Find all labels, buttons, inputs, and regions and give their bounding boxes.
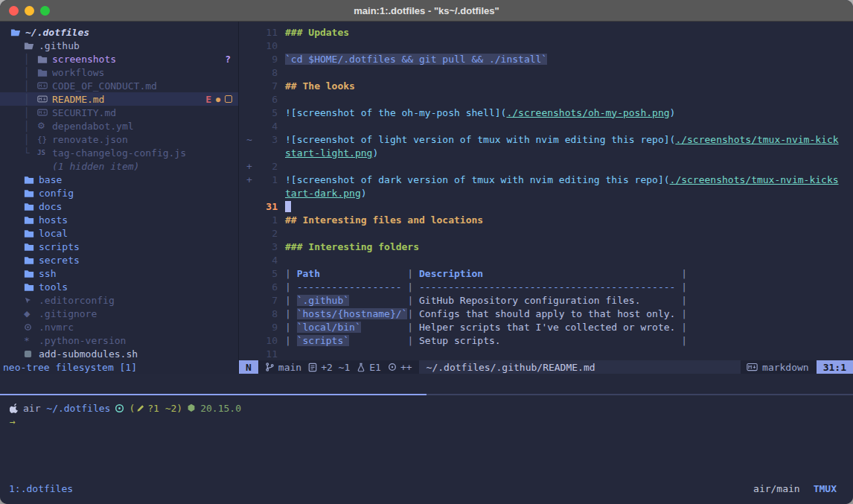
editor-line[interactable]: 5| Path | Description |: [239, 267, 853, 280]
tmux-window-tab[interactable]: 1:.dotfiles: [9, 483, 73, 494]
editor-line[interactable]: 11: [239, 347, 853, 360]
folder-icon: [24, 188, 39, 198]
editor-line[interactable]: 10| `scripts` | Setup scripts. |: [239, 334, 853, 347]
text-segment-pipe: |: [402, 281, 419, 293]
tree-item-.python-version[interactable]: *.python-version: [0, 334, 238, 347]
tree-item-local[interactable]: local: [0, 226, 238, 240]
editor-line[interactable]: start-light.png): [239, 146, 853, 159]
tree-indent-guide: │: [24, 94, 37, 105]
editor-line[interactable]: +2: [239, 159, 853, 173]
tree-item-label: tools: [39, 281, 68, 293]
tree-item-.editorconfig[interactable]: .editorconfig: [0, 293, 238, 307]
gutter-sign: [246, 308, 255, 319]
gutter-sign: [246, 80, 255, 92]
editor-line[interactable]: +1![screenshot of dark version of tmux w…: [239, 173, 853, 186]
text-segment-pipe: |: [285, 295, 297, 306]
editor-line[interactable]: 7| `.github` | GitHub Repository configu…: [239, 293, 853, 307]
editor-line[interactable]: 6| ------------------ | ----------------…: [239, 280, 853, 293]
node-icon: [187, 403, 196, 413]
folder-icon: [24, 269, 39, 278]
tree-item-docs[interactable]: docs: [0, 200, 238, 213]
tree-item-secrets[interactable]: secrets: [0, 253, 238, 267]
tree-item--1-hidden-item-[interactable]: (1 hidden item): [0, 159, 238, 173]
editor-area[interactable]: 11### Updates 10 9`cd $HOME/.dotfiles &&…: [239, 22, 853, 374]
editor-line[interactable]: 8| `hosts/{hostname}/`| Configs that sho…: [239, 307, 853, 320]
gutter-sign: [246, 107, 255, 118]
text-segment-codecell: `local/bin`: [297, 322, 361, 333]
tree-item-ssh[interactable]: ssh: [0, 267, 238, 280]
editor-line[interactable]: 8: [239, 66, 853, 79]
tree-item-security.md[interactable]: │SECURITY.md: [0, 106, 238, 119]
diagnostics-section: E1: [357, 362, 381, 373]
editor-line[interactable]: 5![screenshot of the oh-my-posh shell](.…: [239, 106, 853, 119]
tree-item-readme.md[interactable]: │README.mdE●: [0, 92, 238, 106]
editor-line[interactable]: 2: [239, 226, 853, 240]
folder-icon: [37, 54, 52, 64]
line-text: ![screenshot of dark version of tmux wit…: [285, 174, 839, 185]
line-number: 3: [255, 134, 278, 145]
folder-icon: [24, 255, 39, 265]
text-segment-pipe: |: [675, 281, 687, 293]
text-segment-desc: Setup scripts.: [419, 335, 501, 346]
text-segment-th: Path: [297, 268, 320, 279]
editor-line[interactable]: 3### Interesting folders: [239, 240, 853, 253]
tree-item--.dotfiles[interactable]: ~/.dotfiles: [0, 25, 238, 39]
gutter-sign: [246, 40, 255, 51]
line-number: 3: [255, 241, 278, 252]
tree-item-add-submodules.sh[interactable]: add-submodules.sh: [0, 347, 238, 360]
git-status-open: (: [129, 403, 135, 414]
file-path: ~/.dotfiles/.github/README.md: [419, 360, 741, 374]
tree-item-.gitignore[interactable]: ◆.gitignore: [0, 307, 238, 320]
tree-item-screenshots[interactable]: │screenshots?: [0, 52, 238, 66]
js-icon: JS: [37, 150, 52, 156]
tree-item-.github[interactable]: .github: [0, 39, 238, 52]
tree-indent-guide: └: [24, 147, 37, 159]
gutter-sign: [246, 268, 255, 279]
editor-line[interactable]: 31: [239, 200, 853, 213]
editor-line[interactable]: tart-dark.png): [239, 186, 853, 200]
editor-line[interactable]: 4: [239, 253, 853, 267]
gutter-sign: [246, 201, 255, 212]
editor-line[interactable]: 11### Updates: [239, 25, 853, 39]
line-number: 6: [255, 281, 278, 293]
editor-line[interactable]: 1## Interesting files and locations: [239, 213, 853, 226]
editor-line[interactable]: 6: [239, 92, 853, 106]
line-number: 8: [255, 308, 278, 319]
editor-line[interactable]: 9`cd $HOME/.dotfiles && git pull && ./in…: [239, 52, 853, 66]
line-number: 5: [255, 268, 278, 279]
text-segment-link: ./screenshots/oh-my-posh.png: [506, 107, 669, 118]
shell-pane[interactable]: air ~/.dotfiles ( ?1 ~2) 20.15.0: [0, 395, 853, 504]
editor-line[interactable]: ~3![screenshot of light version of tmux …: [239, 133, 853, 146]
line-number: 7: [255, 80, 278, 92]
tree-item-label: config: [39, 188, 74, 199]
prompt-user: air: [23, 403, 40, 414]
tree-item-config[interactable]: config: [0, 186, 238, 200]
line-text: ![screenshot of light version of tmux wi…: [285, 134, 839, 145]
line-number: 4: [255, 121, 278, 132]
error-badge: E: [205, 94, 211, 105]
tree-item-renovate.json[interactable]: │{}renovate.json: [0, 133, 238, 146]
tree-item-scripts[interactable]: scripts: [0, 240, 238, 253]
editor-line[interactable]: 10: [239, 39, 853, 52]
diamond-icon: ◆: [24, 310, 39, 318]
editor-line[interactable]: 9| `local/bin` | Helper scripts that I'v…: [239, 320, 853, 334]
markdown-file-icon: [37, 95, 52, 103]
text-segment-sp: [320, 268, 402, 279]
gutter-sign: [246, 335, 255, 346]
git-branch-icon: [265, 362, 275, 372]
text-segment-pipe: |: [402, 335, 419, 346]
prompt-input-line[interactable]: →: [0, 415, 853, 428]
tree-item-code-of-conduct.md[interactable]: │CODE_OF_CONDUCT.md: [0, 79, 238, 92]
text-segment-sp: [349, 295, 401, 306]
editorconfig-icon: [24, 296, 39, 304]
tree-item-tools[interactable]: tools: [0, 280, 238, 293]
tree-item-base[interactable]: base: [0, 173, 238, 186]
editor-line[interactable]: 4: [239, 119, 853, 133]
tree-item-tag-changelog-config.js[interactable]: └JStag-changelog-config.js: [0, 146, 238, 159]
tree-item-workflows[interactable]: │workflows: [0, 66, 238, 79]
tree-item-dependabot.yml[interactable]: │⚙dependabot.yml: [0, 119, 238, 133]
tree-item-hosts[interactable]: hosts: [0, 213, 238, 226]
tree-item-.nvmrc[interactable]: .nvmrc: [0, 320, 238, 334]
editor-line[interactable]: 7## The looks: [239, 79, 853, 92]
gear-icon: ⚙: [37, 121, 52, 130]
